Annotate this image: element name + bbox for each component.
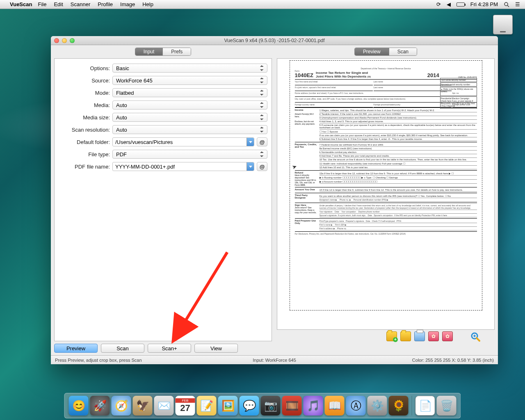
close-button[interactable]	[54, 38, 59, 43]
dock-notes-icon[interactable]: 📝	[197, 396, 217, 415]
titlebar[interactable]: VueScan 9 x64 (9.5.03) -2015-02-27-0001.…	[51, 36, 498, 45]
volume-icon[interactable]: ◀	[447, 1, 451, 7]
dock-messages-icon[interactable]: 💬	[240, 396, 259, 415]
input-form: Options: Basic Source: WorkForce 645 Mod…	[54, 58, 272, 341]
media-label: Media:	[59, 102, 110, 108]
menu-help[interactable]: Help	[142, 1, 153, 7]
minimize-button[interactable]	[62, 38, 67, 43]
dock-app-icon[interactable]: 🦅	[133, 396, 153, 415]
print-icon[interactable]	[414, 331, 425, 341]
menu-image[interactable]: Image	[120, 1, 135, 7]
menubar: VueScan File Edit Scanner Profile Image …	[0, 0, 525, 9]
scan-plus-button[interactable]: Scan+	[148, 344, 191, 353]
view-button[interactable]: View	[194, 344, 238, 353]
dock-separator	[412, 396, 412, 415]
macintosh-hd-icon[interactable]	[493, 15, 513, 34]
mode-select[interactable]: Flatbed	[112, 88, 267, 97]
dock-safari-icon[interactable]: 🧭	[112, 396, 131, 415]
status-hint: Press Preview, adjust crop box, press Sc…	[55, 358, 142, 363]
dock-finder-icon[interactable]: 😊	[69, 396, 89, 415]
tab-preview[interactable]: Preview	[355, 48, 389, 55]
spotlight-icon[interactable]	[504, 2, 509, 7]
tab-prefs[interactable]: Prefs	[162, 48, 191, 55]
app-name[interactable]: VueScan	[10, 1, 32, 7]
notification-center-icon[interactable]: ☰	[515, 1, 520, 7]
new-folder-icon[interactable]	[386, 331, 397, 341]
scan-button[interactable]: Scan	[101, 344, 144, 353]
dock-mail-icon[interactable]: ✉️	[154, 396, 174, 415]
svg-line-1	[507, 5, 509, 7]
preview-toolbar	[277, 330, 495, 341]
dock-photobooth-icon[interactable]: 🎞️	[282, 396, 302, 415]
left-pane: Input Prefs Options: Basic Source: WorkF…	[54, 48, 272, 341]
default-folder-label: Default folder:	[59, 139, 110, 145]
default-folder-at-button[interactable]: @	[257, 137, 267, 146]
dock-appstore-icon[interactable]: Ⓐ	[346, 396, 366, 415]
pdf-filename-at-button[interactable]: @	[257, 162, 267, 171]
right-tabs: Preview Scan	[354, 48, 417, 56]
scan-resolution-select[interactable]: Auto	[112, 125, 267, 134]
pdf-filename-label: PDF file name:	[59, 164, 110, 170]
dock: 😊 🚀 🧭 🦅 ✉️ FEB 27 📝 🖼️ 💬 📷 🎞️ 🎵 📖 Ⓐ ⚙️ 🌻…	[64, 393, 461, 418]
status-bar: Press Preview, adjust crop box, press Sc…	[51, 355, 498, 364]
dock-ibooks-icon[interactable]: 📖	[325, 396, 345, 415]
file-type-select[interactable]: PDF	[112, 150, 267, 159]
preview-area[interactable]: ➤ Department of the Treasury—Internal Re…	[277, 58, 495, 330]
left-tabs: Input Prefs	[135, 48, 192, 56]
right-pane: Preview Scan ➤ Department of the Treasur…	[277, 48, 495, 341]
svg-point-0	[504, 2, 508, 6]
media-select[interactable]: Auto	[112, 100, 267, 110]
preview-button[interactable]: Preview	[54, 344, 98, 353]
dock-calendar-icon[interactable]: FEB 27	[176, 396, 195, 415]
rotate-right-icon[interactable]	[442, 331, 453, 341]
mode-label: Mode:	[59, 90, 110, 96]
zoom-in-icon[interactable]	[470, 331, 481, 341]
dock-settings-icon[interactable]: ⚙️	[368, 396, 387, 415]
menu-file[interactable]: File	[38, 1, 46, 7]
pdf-filename-input[interactable]: YYYY-MM-DD-0001+.pdf	[112, 162, 254, 171]
status-coords: Color: 255 255 255 X: 0.58 Y: 3.85 (inch…	[412, 358, 494, 363]
dock-itunes-icon[interactable]: 🎵	[304, 396, 323, 415]
bottom-button-bar: Preview Scan Scan+ View	[51, 341, 498, 355]
scan-resolution-label: Scan resolution:	[59, 127, 110, 133]
scanned-document: ➤ Department of the Treasury—Internal Re…	[290, 60, 482, 310]
dock-trash-icon[interactable]: 🗑️	[437, 396, 457, 415]
source-select[interactable]: WorkForce 645	[112, 76, 267, 85]
options-label: Options:	[59, 65, 110, 71]
media-size-label: Media size:	[59, 114, 110, 121]
dock-document-icon[interactable]: 📄	[415, 396, 435, 415]
battery-icon[interactable]	[457, 2, 465, 7]
menu-edit[interactable]: Edit	[54, 1, 63, 7]
open-folder-icon[interactable]	[400, 331, 411, 341]
rotate-left-icon[interactable]	[428, 331, 439, 341]
file-type-label: File type:	[59, 151, 110, 158]
default-folder-input[interactable]: /Users/vuescan/Pictures	[112, 137, 254, 146]
clock[interactable]: Fri 4:28 PM	[470, 1, 498, 7]
options-select[interactable]: Basic	[112, 64, 267, 73]
dock-preview-icon[interactable]: 🖼️	[218, 396, 238, 415]
svg-line-3	[477, 338, 479, 341]
vuescan-window: VueScan 9 x64 (9.5.03) -2015-02-27-0001.…	[51, 36, 498, 364]
status-input: Input: WorkForce 645	[253, 358, 296, 363]
zoom-button[interactable]	[70, 38, 75, 43]
source-label: Source:	[59, 78, 110, 84]
tab-scan[interactable]: Scan	[389, 48, 417, 55]
dock-vuescan-icon[interactable]: 🌻	[389, 396, 409, 415]
window-title: VueScan 9 x64 (9.5.03) -2015-02-27-0001.…	[224, 38, 324, 43]
tab-input[interactable]: Input	[135, 48, 163, 55]
media-size-select[interactable]: Auto	[112, 113, 267, 122]
menu-scanner[interactable]: Scanner	[71, 1, 90, 7]
dock-facetime-icon[interactable]: 📷	[261, 396, 281, 415]
sync-icon[interactable]: ⟳	[436, 1, 441, 7]
menu-profile[interactable]: Profile	[98, 1, 113, 7]
dock-launchpad-icon[interactable]: 🚀	[90, 396, 110, 415]
